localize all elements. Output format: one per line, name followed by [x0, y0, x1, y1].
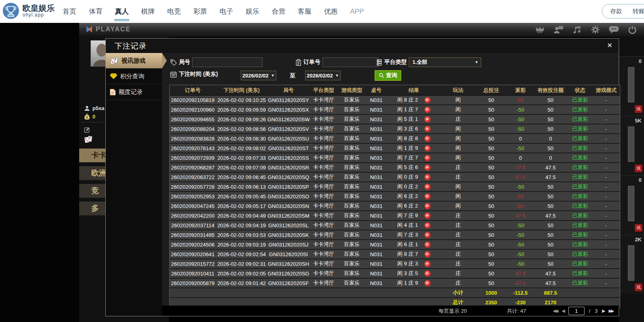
nav-item[interactable]: 棋牌 [139, 7, 156, 16]
enter-game-button[interactable]: 戏 [635, 165, 642, 172]
play-video-button[interactable] [425, 155, 431, 161]
cell-mode: - [593, 211, 620, 220]
nav-item[interactable]: 电子 [218, 7, 235, 16]
site-logo[interactable]: 欧皇娱乐 ohyl.app [2, 2, 55, 19]
play-video-button[interactable] [425, 165, 431, 171]
play-video-button[interactable] [425, 184, 431, 190]
cell-mode: - [593, 172, 620, 182]
result-text: 闲 6 庄 2 [397, 202, 418, 210]
modal-sidebar: 9K♥ 视讯游戏 积分查询 额度记录 [106, 53, 162, 316]
cell-game: 百家乐 [338, 134, 366, 143]
sidebar-item-points-query[interactable]: 积分查询 [106, 69, 162, 84]
play-video-button[interactable] [425, 203, 431, 209]
cell-mode: - [593, 278, 620, 288]
play-video-button[interactable] [425, 261, 431, 267]
nav-item[interactable]: APP [349, 8, 365, 16]
bet-time-filter-label-group: 下注时间 (美东) [170, 71, 218, 78]
play-video-button[interactable] [425, 232, 431, 238]
cell-time: 2026-02-02 09:06:13 [216, 182, 267, 192]
power-icon[interactable] [627, 24, 638, 35]
game-card-value: 0 [639, 58, 642, 64]
cell-time: 2026-02-02 09:03:19 [216, 240, 267, 249]
next-page-icon[interactable]: ▶ [602, 308, 604, 314]
sidebar-item-credit-records[interactable]: 额度记录 [106, 84, 162, 100]
platform-select[interactable]: 1.全部 ▼ [409, 57, 481, 67]
search-icon [379, 73, 384, 78]
cell-order: 260202092042200 [170, 211, 216, 220]
cell-platform: 卡卡湾厅 [310, 278, 338, 288]
play-video-button[interactable] [425, 213, 431, 219]
play-video-button[interactable] [425, 251, 431, 257]
cell-status: 已派彩 [568, 211, 593, 220]
order-input[interactable] [322, 57, 379, 67]
sidebar-item-video-games[interactable]: 9K♥ 视讯游戏 [106, 53, 162, 69]
play-video-button[interactable] [425, 174, 431, 180]
cell-game: 百家乐 [338, 269, 366, 278]
date-from-select[interactable]: 2026/02/02 ▼ [241, 71, 276, 80]
enter-game-button[interactable]: 戏 [635, 283, 642, 291]
deposit-button[interactable]: 存款 [610, 8, 622, 15]
play-video-button[interactable] [425, 145, 431, 151]
modal-title-bar: 下注记录 × [106, 39, 619, 53]
play-video-button[interactable] [425, 280, 431, 286]
cell-time: 2026-02-02 09:09:59 [216, 105, 267, 114]
play-video-button[interactable] [425, 222, 431, 228]
play-video-button[interactable] [425, 97, 431, 103]
cell-total-bet: 50 [475, 163, 507, 172]
nav-item[interactable]: 合营 [270, 7, 287, 16]
cell-mode: - [593, 201, 620, 211]
nav-item[interactable]: 优惠 [322, 7, 339, 16]
cell-total-bet: 50 [475, 249, 507, 259]
nav-item[interactable]: 娱乐 [244, 7, 261, 16]
round-input[interactable] [192, 57, 263, 67]
cell-status: 已派彩 [568, 201, 593, 211]
nav-item[interactable]: 客服 [296, 7, 313, 16]
play-video-button[interactable] [425, 242, 431, 248]
cell-total-bet: 50 [475, 134, 507, 143]
enter-game-button[interactable]: 戏 [635, 105, 642, 113]
nav-item[interactable]: 体育 [87, 7, 104, 16]
cell-order: 260202092024506 [170, 240, 216, 249]
play-video-button[interactable] [425, 194, 431, 200]
close-icon[interactable]: × [607, 40, 612, 51]
nav-item[interactable]: 首页 [61, 7, 78, 16]
enter-game-button[interactable]: 戏 [635, 224, 642, 232]
cell-table: N031 [366, 124, 387, 134]
music-icon[interactable] [572, 24, 582, 35]
search-button[interactable]: 查询 [375, 70, 401, 81]
game-card-slider[interactable] [628, 126, 634, 162]
table-row: 260202092063722 2026-02-02 09:06:45 GN03… [170, 172, 620, 182]
pagination-bar: 每页显示 20 共计: 47 ◀◀ ◀ / 3 ▶ ▶▶ [162, 306, 619, 316]
cell-total-bet: 50 [475, 96, 507, 105]
play-video-button[interactable] [425, 271, 431, 277]
customer-service-icon[interactable] [553, 24, 564, 35]
cell-total-bet: 50 [475, 211, 507, 220]
cell-play: 庄 [441, 269, 475, 278]
cell-total-bet: 50 [475, 105, 507, 114]
cell-mode: - [593, 220, 620, 230]
first-page-icon[interactable]: ◀◀ [553, 308, 557, 314]
play-video-button[interactable] [425, 136, 431, 142]
vip-icon[interactable]: VIP [535, 24, 545, 35]
nav-item[interactable]: 彩票 [192, 7, 209, 16]
chat-bubble-icon[interactable] [609, 24, 619, 35]
play-video-button[interactable] [425, 116, 431, 122]
prev-page-icon[interactable]: ◀ [562, 308, 564, 314]
result-text: 闲 0 庄 9 [397, 173, 418, 181]
last-page-icon[interactable]: ▶▶ [609, 308, 613, 314]
page-input[interactable] [568, 307, 585, 315]
game-card-slider[interactable] [628, 186, 634, 221]
cell-order: 260202092094655 [170, 114, 216, 124]
date-to-select[interactable]: 2026/02/02 ▼ [305, 71, 340, 80]
transfer-button[interactable]: 转账 [633, 8, 644, 15]
game-card-slider[interactable] [628, 245, 634, 281]
cell-time: 2026-02-02 09:08:02 [216, 143, 267, 153]
play-video-button[interactable] [425, 126, 431, 132]
play-video-button[interactable] [425, 107, 431, 113]
game-card-slider[interactable] [628, 67, 634, 102]
cell-game: 百家乐 [338, 114, 366, 124]
nav-item[interactable]: 真人 [113, 7, 130, 16]
cell-mode: - [593, 143, 620, 153]
settings-gear-icon[interactable] [590, 24, 601, 35]
nav-item[interactable]: 电竞 [166, 7, 183, 16]
